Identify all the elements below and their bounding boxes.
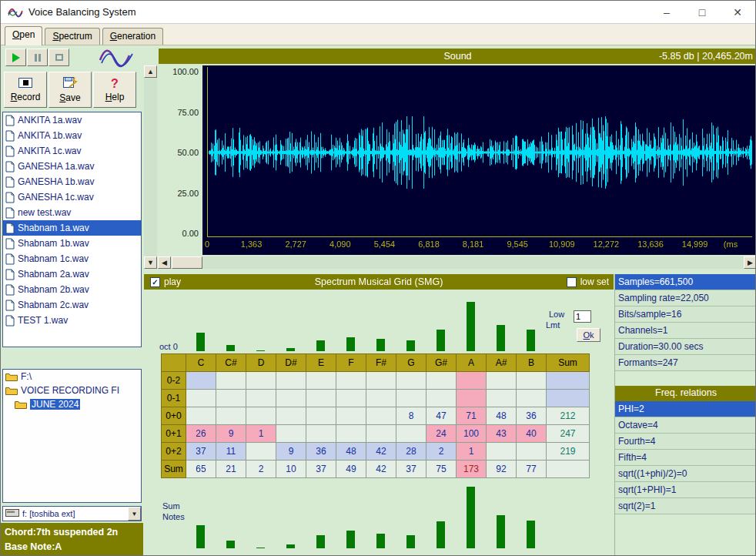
drive-selector[interactable]: f: [toshiba ext] ▼ [2,506,142,521]
freq-item[interactable]: sqrt(1+PHI)=1 [615,482,756,498]
maximize-button[interactable]: □ [684,1,720,23]
cell-0-2-D [246,372,276,390]
file-list[interactable]: ANKITA 1a.wavANKITA 1b.wavANKITA 1c.wavG… [2,112,142,347]
cell-0-2-Sum [547,372,590,390]
play-button[interactable] [5,49,26,66]
file-item[interactable]: Shabnam 2c.wav [3,297,141,313]
file-item[interactable]: Shabnam 2b.wav [3,282,141,297]
cell-0+1-A: 100 [457,425,487,443]
scroll-up-icon[interactable]: ▲ [144,65,157,78]
cell-Sum-Sum [547,461,590,478]
file-item[interactable]: GANESHA 1b.wav [3,174,141,189]
chord-status: Chord:7th suspended 2n [5,525,139,540]
file-item[interactable]: Shabnam 1b.wav [3,236,141,251]
freq-item[interactable]: sqrt(2)=1 [615,498,756,514]
file-item[interactable]: Shabnam 2a.wav [3,266,141,282]
bar-b [527,521,535,548]
cell-Sum-E: 37 [306,461,336,478]
folder-item[interactable]: VOICE RECORDING FI [3,384,141,397]
freq-item[interactable]: Fourth=4 [615,434,756,450]
info-item[interactable]: Samples=661,500 [615,274,756,290]
file-item[interactable]: GANESHA 1a.wav [3,159,141,174]
scroll-down-icon[interactable]: ▼ [144,256,157,269]
file-item[interactable]: Shabnam 1a.wav [3,220,141,236]
low-limit-group: Low Lmt Ok [543,310,614,353]
file-item[interactable]: ANKITA 1a.wav [3,112,141,128]
file-item[interactable]: TEST 1.wav [3,313,141,328]
file-name: ANKITA 1c.wav [18,146,81,156]
dropdown-arrow-icon[interactable]: ▼ [128,507,141,521]
bar-f [346,531,355,548]
scroll-right-icon[interactable]: ▶ [744,256,756,269]
info-item[interactable]: Sampling rate=22,050 [615,290,756,306]
scroll-left-icon[interactable]: ◀ [158,256,171,269]
folder-item[interactable]: F:\ [3,370,141,384]
scrollbar-thumb[interactable] [172,256,202,269]
file-name: new test.wav [18,207,71,218]
file-item[interactable]: Shabnam 1c.wav [3,251,141,266]
file-item[interactable]: GANESHA 1c.wav [3,189,141,205]
sound-panel: 100.0075.0050.0025.000.00 01,3632,7274,0… [159,65,756,255]
file-icon [5,146,15,157]
bar-gs [437,521,445,548]
low-limit-input[interactable] [574,310,591,323]
file-icon [5,253,15,265]
y-axis-tick: 50.00 [159,148,199,157]
file-name: GANESHA 1c.wav [18,192,94,203]
bar-f [346,337,355,351]
info-item[interactable]: Duration=30.00 secs [615,339,756,355]
bar-fs [376,339,385,351]
folder-tree[interactable]: F:\VOICE RECORDING FIJUNE 2024 [2,369,142,503]
close-button[interactable]: ✕ [720,1,755,23]
waveform-canvas[interactable] [202,65,756,255]
low-set-checkbox[interactable] [567,277,577,287]
smg-header: ✓ play Spectrum Musical Grid (SMG) low s… [144,274,614,290]
freq-item[interactable]: Octave=4 [615,417,756,434]
folder-item[interactable]: JUNE 2024 [3,397,141,411]
tab-spectrum[interactable]: Spectrum [45,28,99,45]
freq-item[interactable]: sqrt((1+phi)/2)=0 [615,466,756,482]
file-item[interactable]: new test.wav [3,205,141,220]
record-button[interactable]: Record [4,72,47,108]
cell-0-2-F [336,372,366,390]
info-item[interactable]: Channels=1 [615,323,756,339]
waveform-vertical-scrollbar[interactable]: ▲ ▼ [144,65,157,269]
file-item[interactable]: ANKITA 1b.wav [3,128,141,143]
file-item[interactable]: ANKITA 1c.wav [3,143,141,159]
folder-name: JUNE 2024 [30,399,80,410]
cell-0-2-C [186,372,216,390]
waveform-horizontal-scrollbar[interactable]: ◀ ▶ [158,256,756,269]
tab-open[interactable]: Open [5,26,42,45]
stop-button[interactable] [49,49,69,66]
cell-0+0-D [246,407,276,425]
column-header-g: G [396,354,427,372]
cell-Sum-F: 49 [336,461,366,478]
cell-0+2-D [246,443,276,461]
cell-0-2-Fs [366,372,396,390]
info-item[interactable]: Formants=247 [615,355,756,371]
y-axis-tick: 25.00 [159,189,199,198]
tab-generation[interactable]: Generation [102,28,163,45]
smg-panel: ✓ play Spectrum Musical Grid (SMG) low s… [144,274,614,556]
cell-0+0-B: 36 [517,407,547,425]
cell-Sum-Fs: 42 [366,461,396,478]
freq-item[interactable]: Fifth=4 [615,450,756,466]
cell-Sum-A: 173 [457,461,487,478]
cell-0+2-Cs: 11 [216,443,246,461]
base-note-status: Base Note:A [5,540,139,554]
help-button[interactable]: ?Help [93,72,136,108]
x-axis-tick: 1,363 [235,239,269,249]
freq-item[interactable]: PHI=2 [615,401,756,417]
row-header-0+1: 0+1 [162,425,186,443]
minimize-button[interactable]: – [649,1,684,23]
cell-0+2-Ds: 9 [276,443,306,461]
ok-button[interactable]: Ok [577,328,600,342]
cell-Sum-Cs: 21 [216,461,246,478]
folder-icon [5,372,18,381]
save-button[interactable]: Save [49,72,92,108]
cell-0-1-As [487,390,517,407]
pause-button[interactable] [27,49,48,66]
info-item[interactable]: Bits/sample=16 [615,306,756,323]
stop-icon [55,54,63,61]
cell-0+1-F [336,425,366,443]
